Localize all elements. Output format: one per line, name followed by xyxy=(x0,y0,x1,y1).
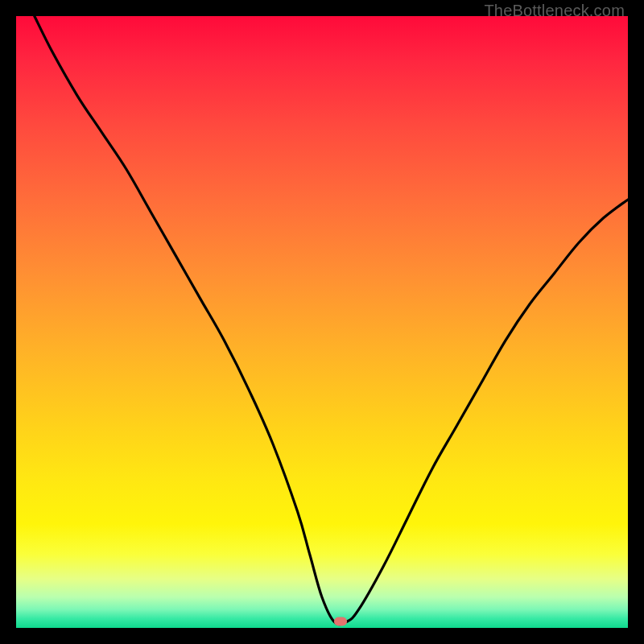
plot-area xyxy=(16,16,628,628)
curve-path xyxy=(35,16,628,625)
watermark-text: TheBottleneck.com xyxy=(484,2,625,20)
chart-frame: TheBottleneck.com xyxy=(0,0,644,644)
bottleneck-curve xyxy=(16,16,628,628)
optimal-marker xyxy=(334,617,347,626)
